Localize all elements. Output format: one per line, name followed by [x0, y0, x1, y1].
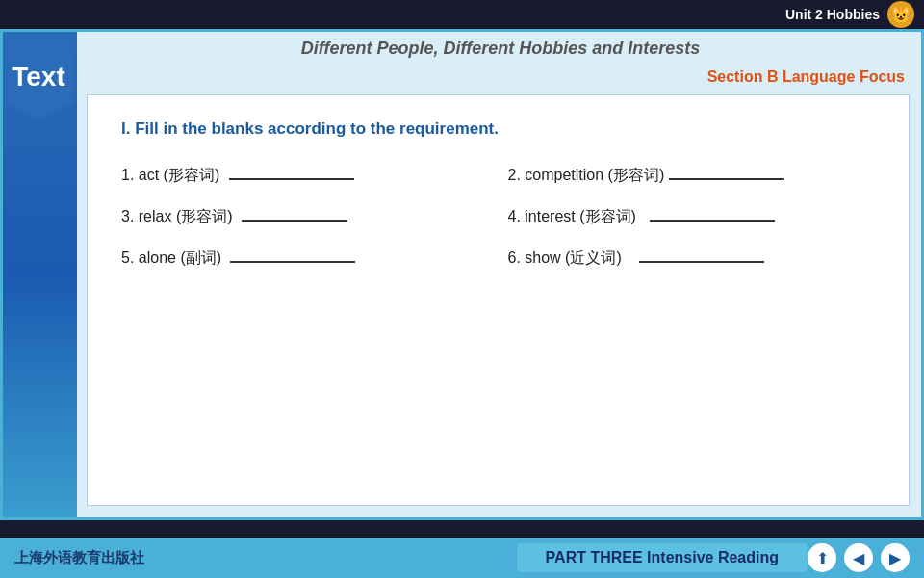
list-item: 4. interest (形容词)	[508, 207, 876, 227]
blank-line	[639, 261, 764, 263]
item-number: 4. interest (形容词)	[508, 207, 645, 227]
page-title: Different People, Different Hobbies and …	[301, 39, 700, 59]
list-item: 6. show (近义词)	[508, 249, 876, 269]
part-label: PART THREE Intensive Reading	[517, 543, 808, 572]
blank-line	[669, 178, 784, 180]
list-item: 3. relax (形容词)	[121, 207, 489, 227]
next-button[interactable]: ▶	[881, 543, 910, 572]
list-item: 1. act (形容词)	[121, 166, 489, 186]
item-number: 2. competition (形容词)	[508, 166, 665, 186]
bottom-bar: 上海外语教育出版社 PART THREE Intensive Reading ⬆…	[0, 538, 924, 578]
exercise-box: I. Fill in the blanks according to the r…	[87, 94, 910, 506]
item-number: 3. relax (形容词)	[121, 207, 237, 227]
exercise-instruction: I. Fill in the blanks according to the r…	[121, 119, 875, 139]
exercise-items-grid: 1. act (形容词) 2. competition (形容词) 3. rel…	[121, 166, 875, 269]
item-number: 6. show (近义词)	[508, 249, 635, 269]
section-bar: Section B Language Focus	[77, 65, 924, 90]
title-bar: Different People, Different Hobbies and …	[77, 29, 924, 65]
item-number: 1. act (形容词)	[121, 166, 224, 186]
list-item: 5. alone (副词)	[121, 249, 489, 269]
up-button[interactable]: ⬆	[808, 543, 836, 572]
top-bar: Unit 2 Hobbies 😺	[0, 0, 924, 29]
blank-line	[650, 220, 775, 222]
sidebar: Text	[0, 29, 77, 520]
blank-line	[242, 220, 347, 222]
text-ribbon: Text	[5, 34, 72, 120]
section-label: Section B Language Focus	[707, 68, 905, 85]
publisher-label: 上海外语教育出版社	[14, 549, 517, 567]
bottom-controls: ⬆ ◀ ▶	[808, 543, 910, 572]
main-layout: Text Different People, Different Hobbies…	[0, 29, 924, 520]
prev-button[interactable]: ◀	[844, 543, 873, 572]
unit-title: Unit 2 Hobbies	[785, 7, 880, 22]
blank-line	[230, 261, 355, 263]
blank-line	[229, 178, 354, 180]
sidebar-label: Text	[12, 62, 65, 92]
item-number: 5. alone (副词)	[121, 249, 225, 269]
mascot-icon: 😺	[887, 1, 914, 28]
right-content: Different People, Different Hobbies and …	[77, 29, 924, 520]
list-item: 2. competition (形容词)	[508, 166, 876, 186]
